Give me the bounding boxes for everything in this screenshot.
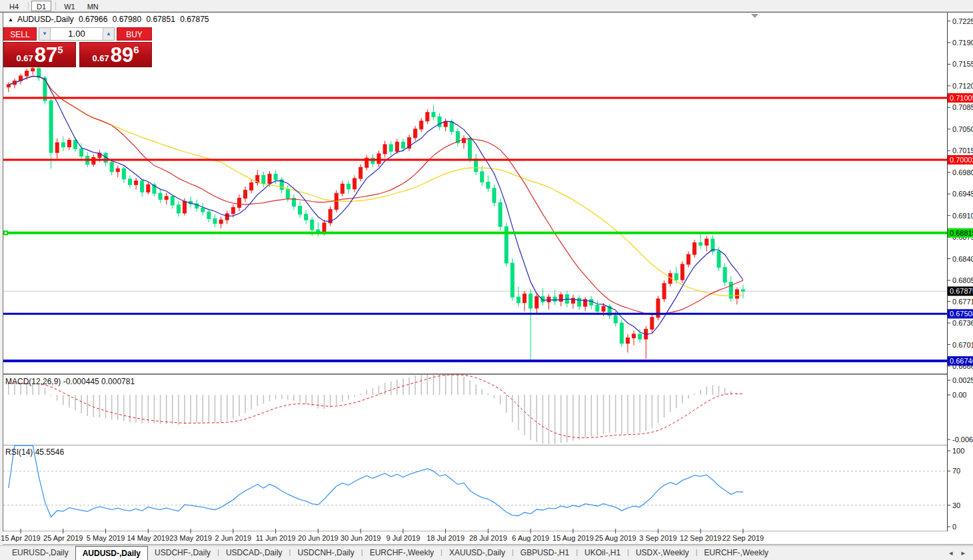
price-tick-label: 0.70500	[952, 125, 973, 133]
candle	[219, 220, 223, 224]
date-tick-label[interactable]: 14 May 2019	[127, 534, 170, 542]
candle	[741, 290, 744, 291]
candle	[510, 263, 514, 297]
candle	[147, 184, 150, 192]
line-price-badge-text: 0.66746	[950, 357, 973, 365]
ohlc-high: 0.67980	[113, 15, 141, 24]
date-tick-label[interactable]: 6 Aug 2019	[512, 534, 549, 542]
date-tick-label[interactable]: 20 Jun 2019	[298, 534, 339, 542]
tab-ukoil-h1[interactable]: UKOil-,H1	[578, 546, 627, 560]
tab-usdx-weekly[interactable]: USDX-,Weekly	[629, 546, 696, 560]
price-tick-label: 0.69100	[952, 212, 973, 220]
candle	[420, 121, 423, 129]
buy-price-pip: 6	[133, 44, 139, 55]
tab-gbpusd-h1[interactable]: GBPUSD-,H1	[514, 546, 576, 560]
sell-price-prefix: 0.67	[16, 53, 33, 63]
timeframe-button-h4[interactable]: H4	[4, 1, 24, 11]
candle	[620, 323, 623, 344]
date-tick-label[interactable]: 3 Sep 2019	[639, 534, 676, 542]
candle	[578, 298, 581, 306]
line-price-badge-text: 0.71005	[950, 94, 973, 102]
date-tick-label[interactable]: 15 Apr 2019	[1, 534, 40, 542]
candle	[237, 198, 241, 208]
candle	[674, 274, 678, 280]
candle	[426, 113, 429, 121]
buy-price-box[interactable]: 0.67 89 6	[79, 42, 152, 67]
chart-canvas[interactable]: 0.722500.719000.715500.712000.708500.705…	[0, 0, 973, 560]
timeframe-button-w1[interactable]: W1	[59, 1, 81, 11]
candle	[31, 69, 35, 71]
date-tick-label[interactable]: 25 Aug 2019	[595, 534, 636, 542]
price-tick-label: 0.68050	[952, 276, 973, 284]
timeframe-button-d1[interactable]: D1	[31, 1, 51, 11]
sell-price-box[interactable]: 0.67 87 5	[3, 42, 76, 67]
tab-eurusd-daily[interactable]: EURUSD-,Daily	[5, 546, 75, 560]
price-tick-label: 0.67710	[952, 298, 973, 306]
candle	[735, 290, 738, 298]
date-tick-label[interactable]: 18 Jul 2019	[427, 534, 465, 542]
price-tick-label: 0.70850	[952, 103, 973, 111]
candle	[596, 305, 599, 311]
date-tick-label[interactable]: 9 Jul 2019	[387, 534, 421, 542]
tab-eurchf-weekly[interactable]: EURCHF-,Weekly	[363, 546, 441, 560]
line-handle-center	[5, 232, 7, 234]
candle	[305, 214, 308, 220]
candle	[650, 318, 654, 330]
candle	[438, 117, 441, 127]
candle	[559, 294, 562, 301]
tab-eurchf-weekly[interactable]: EURCHF-,Weekly	[698, 546, 775, 560]
indicator-tick-label: 0.002574	[952, 376, 973, 384]
tab-audusd-daily[interactable]: AUDUSD-,Daily	[75, 546, 148, 560]
date-tick-label[interactable]: 25 Apr 2019	[43, 534, 83, 542]
candle	[225, 214, 229, 220]
tab-scroll-right-icon[interactable]: ▸	[961, 549, 965, 557]
candle	[535, 296, 538, 308]
date-tick-label[interactable]: 30 Jun 2019	[341, 534, 381, 542]
date-tick-label[interactable]: 28 Jul 2019	[469, 534, 507, 542]
price-tick-label: 0.71550	[952, 60, 973, 68]
sell-price-pip: 5	[57, 44, 63, 55]
tab-usdcad-daily[interactable]: USDCAD-,Daily	[219, 546, 289, 560]
ohlc-close: 0.67875	[180, 15, 209, 24]
date-tick-label[interactable]: 15 Aug 2019	[552, 534, 594, 542]
tab-xauusd-daily[interactable]: XAUUSD-,Daily	[443, 546, 512, 560]
indicator-tick-label: -0.006326	[952, 435, 973, 443]
indicator-tick-label: 0	[952, 523, 956, 531]
line-price-badge-text: 0.67508	[950, 310, 973, 318]
timeframe-button-mn[interactable]: MN	[82, 1, 104, 11]
volume-increase-icon[interactable]: ▲	[103, 28, 114, 40]
tab-scroll-left-icon[interactable]: ◂	[949, 549, 953, 557]
candle	[687, 254, 690, 264]
candle	[122, 168, 125, 179]
indicator-tick-label: 30	[952, 501, 960, 509]
date-tick-label[interactable]: 5 May 2019	[87, 534, 125, 542]
candle	[638, 334, 642, 339]
chart-symbol-label: AUDUSD-,Daily	[17, 15, 74, 24]
volume-input[interactable]: 1.00	[51, 28, 103, 40]
candle	[626, 338, 629, 343]
date-tick-label[interactable]: 11 Jun 2019	[256, 534, 296, 542]
candle	[614, 316, 617, 323]
candle	[141, 181, 144, 192]
price-tick-label: 0.71200	[952, 82, 973, 90]
candle	[110, 162, 113, 172]
date-tick-label[interactable]: 2 Jun 2019	[215, 534, 251, 542]
tab-usdcnh-daily[interactable]: USDCNH-,Daily	[291, 546, 361, 560]
ohlc-low: 0.67851	[146, 15, 175, 24]
price-tick-label: 0.69800	[952, 168, 973, 176]
rsi-indicator-label: RSI(14) 45.5546	[5, 447, 64, 457]
price-tick-label: 0.70150	[952, 146, 973, 154]
date-tick-label[interactable]: 22 Sep 2019	[722, 534, 764, 542]
candle	[590, 300, 593, 305]
date-tick-label[interactable]: 12 Sep 2019	[680, 534, 721, 542]
candle	[250, 183, 253, 190]
buy-button[interactable]: BUY	[117, 27, 152, 41]
candle	[213, 218, 217, 223]
tab-usdchf-daily[interactable]: USDCHF-,Daily	[148, 546, 217, 560]
candle	[116, 168, 119, 172]
volume-decrease-icon[interactable]: ▼	[39, 28, 51, 40]
sell-button[interactable]: SELL	[3, 27, 37, 41]
date-tick-label[interactable]: 23 May 2019	[169, 534, 212, 542]
candle	[414, 129, 417, 138]
collapse-trade-panel-icon[interactable]: ▲	[8, 17, 13, 23]
